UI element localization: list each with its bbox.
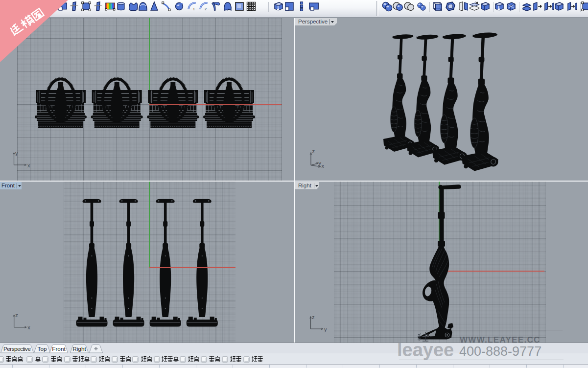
svg-text:Top: Top <box>37 345 47 352</box>
svg-text:y: y <box>324 326 327 332</box>
svg-text:Perspective: Perspective <box>3 345 31 352</box>
svg-text:Right: Right <box>72 345 86 352</box>
svg-text:Front: Front <box>52 345 66 352</box>
svg-text:z: z <box>312 148 315 154</box>
svg-text:x: x <box>27 162 30 168</box>
svg-text:x: x <box>322 163 325 169</box>
svg-text:y: y <box>15 150 18 156</box>
svg-text:z: z <box>15 312 18 318</box>
svg-text:2: 2 <box>205 7 207 11</box>
svg-text:1: 1 <box>193 7 195 11</box>
svg-text:x: x <box>27 324 30 330</box>
svg-text:z: z <box>312 314 315 320</box>
